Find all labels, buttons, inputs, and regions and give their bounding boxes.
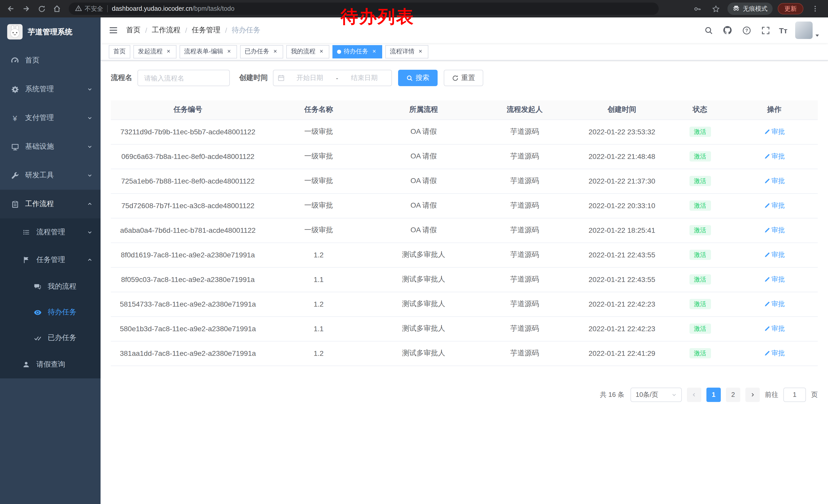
cell-task-name: 一级审批 xyxy=(304,127,333,135)
approve-link[interactable]: 审批 xyxy=(763,349,785,358)
sidebar-item-my-process[interactable]: 我的流程 xyxy=(0,274,100,300)
eye-icon xyxy=(33,308,42,317)
tab-tag[interactable]: 我的流程 × xyxy=(286,45,329,58)
cell-starter: 芋道源码 xyxy=(510,300,539,308)
tag-close-icon[interactable]: × xyxy=(226,48,233,55)
tag-close-icon[interactable]: × xyxy=(417,48,424,55)
chevron-up-icon xyxy=(87,258,92,263)
pagination: 共 16 条 10条/页 1 2 前往 xyxy=(111,387,818,402)
sidebar-item-home[interactable]: 首页 xyxy=(0,46,100,75)
approve-link-label: 审批 xyxy=(771,250,785,260)
goto-page-input[interactable] xyxy=(783,387,806,402)
search-icon[interactable] xyxy=(703,25,714,36)
approve-link[interactable]: 审批 xyxy=(763,201,785,210)
flag-icon xyxy=(22,255,31,265)
warning-icon xyxy=(75,4,82,13)
sidebar-collapse-icon[interactable] xyxy=(109,26,118,35)
tag-close-icon[interactable]: × xyxy=(165,48,172,55)
cell-task-id: 73211d9d-7b9b-11ec-b5b7-acde48001122 xyxy=(120,128,255,136)
sidebar-item-label: 支付管理 xyxy=(25,113,54,123)
fullscreen-icon[interactable] xyxy=(760,25,771,36)
cell-process-name: OA 请假 xyxy=(410,201,437,209)
cell-task-id: a6aba0a4-7b6d-11ec-b781-acde48001122 xyxy=(120,226,255,234)
url-bar[interactable]: 不安全 dashboard.yudao.iocoder.cn/bpm/task/… xyxy=(69,3,659,15)
search-button[interactable]: 搜索 xyxy=(398,70,438,86)
sidebar-item-system[interactable]: 系统管理 xyxy=(0,75,100,103)
more-vertical-icon[interactable] xyxy=(809,2,822,15)
tab-tag[interactable]: 待办任务 × xyxy=(332,45,382,58)
chevron-down-icon xyxy=(87,230,92,235)
edit-icon xyxy=(763,326,770,332)
prev-page-button[interactable] xyxy=(687,387,701,402)
approve-link[interactable]: 审批 xyxy=(763,250,785,260)
next-page-button[interactable] xyxy=(745,387,760,402)
sidebar-item-leave-query[interactable]: 请假查询 xyxy=(0,351,100,378)
date-range-picker[interactable]: 开始日期 - 结束日期 xyxy=(273,70,392,86)
tag-close-icon[interactable]: × xyxy=(318,48,325,55)
sidebar-item-process-management[interactable]: 流程管理 xyxy=(0,218,100,246)
approve-link[interactable]: 审批 xyxy=(763,275,785,284)
update-button[interactable]: 更新 xyxy=(778,3,803,14)
cell-task-id: 069c6a63-7b8a-11ec-8ef0-acde48001122 xyxy=(121,152,254,161)
approve-link[interactable]: 审批 xyxy=(763,176,785,186)
cell-task-name: 1.1 xyxy=(314,275,324,283)
start-date-placeholder: 开始日期 xyxy=(287,73,333,83)
table-row: 069c6a63-7b8a-11ec-8ef0-acde48001122 一级审… xyxy=(111,144,818,169)
cell-process-name: OA 请假 xyxy=(410,127,437,135)
tab-tag[interactable]: 首页 xyxy=(109,45,130,58)
approve-link[interactable]: 审批 xyxy=(763,300,785,309)
app-logo-icon xyxy=(7,24,23,40)
page-button-1[interactable]: 1 xyxy=(706,387,721,402)
breadcrumb-item[interactable]: 任务管理 xyxy=(192,26,220,35)
breadcrumb-item[interactable]: 工作流程 xyxy=(152,26,180,35)
approve-link[interactable]: 审批 xyxy=(763,324,785,333)
approve-link[interactable]: 审批 xyxy=(763,152,785,161)
status-badge: 激活 xyxy=(689,151,711,162)
breadcrumb-item[interactable]: 首页 xyxy=(126,26,140,35)
sidebar-item-task-management[interactable]: 任务管理 xyxy=(0,246,100,274)
cell-process-name: OA 请假 xyxy=(410,226,437,234)
security-status[interactable]: 不安全 xyxy=(75,4,103,13)
page-button-2[interactable]: 2 xyxy=(726,387,740,402)
star-icon[interactable] xyxy=(709,2,722,15)
back-icon[interactable] xyxy=(4,2,17,15)
reload-icon[interactable] xyxy=(35,2,48,15)
home-icon[interactable] xyxy=(50,2,64,15)
sidebar-item-done-task[interactable]: 已办任务 xyxy=(0,325,100,351)
edit-icon xyxy=(763,301,770,307)
column-header-create-time: 创建时间 xyxy=(575,100,669,120)
reset-button[interactable]: 重置 xyxy=(444,70,483,86)
status-badge: 激活 xyxy=(689,299,711,309)
approve-link[interactable]: 审批 xyxy=(763,127,785,136)
page-size-value: 10条/页 xyxy=(636,390,658,399)
process-name-input[interactable] xyxy=(137,70,230,86)
avatar[interactable] xyxy=(795,21,813,39)
chrome-toolbar-right: 无痕模式 更新 xyxy=(691,2,824,15)
app-logo[interactable]: 芋道管理系统 xyxy=(0,17,100,46)
edit-icon xyxy=(763,178,770,184)
font-size-icon[interactable]: Tт xyxy=(779,26,787,35)
sidebar-item-devtools[interactable]: 研发工具 xyxy=(0,161,100,190)
approve-link[interactable]: 审批 xyxy=(763,226,785,235)
chevron-right-icon xyxy=(750,392,755,397)
page-size-select[interactable]: 10条/页 xyxy=(630,387,682,402)
sidebar-item-infrastructure[interactable]: 基础设施 xyxy=(0,132,100,161)
github-icon[interactable] xyxy=(722,25,733,36)
column-header-starter: 流程发起人 xyxy=(475,100,575,120)
user-menu[interactable] xyxy=(795,21,820,39)
help-icon[interactable]: ? xyxy=(741,25,752,36)
table-row: 381aa1dd-7ac8-11ec-a9e2-a2380e71991a 1.2… xyxy=(111,341,818,366)
sidebar-item-payment[interactable]: ¥ 支付管理 xyxy=(0,103,100,132)
sidebar-item-todo-task[interactable]: 待办任务 xyxy=(0,300,100,325)
tag-close-icon[interactable]: × xyxy=(371,48,378,55)
tab-tag[interactable]: 发起流程 × xyxy=(133,45,176,58)
tab-tag[interactable]: 流程表单-编辑 × xyxy=(179,45,237,58)
tab-tag[interactable]: 已办任务 × xyxy=(240,45,283,58)
forward-icon[interactable] xyxy=(19,2,33,15)
key-icon[interactable] xyxy=(691,2,704,15)
sidebar-menu: 首页 系统管理 ¥ 支付管理 xyxy=(0,46,100,378)
tag-close-icon[interactable]: × xyxy=(272,48,279,55)
breadcrumb: 首页 / 工作流程 / 任务管理 / 待办任务 xyxy=(126,26,260,35)
sidebar-item-workflow[interactable]: 工作流程 xyxy=(0,190,100,218)
tab-tag[interactable]: 流程详情 × xyxy=(385,45,428,58)
